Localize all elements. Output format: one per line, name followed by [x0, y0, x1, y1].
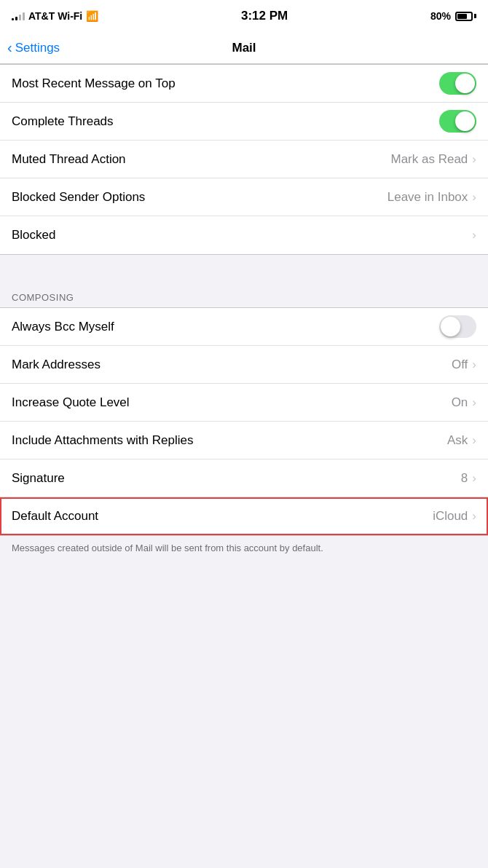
- include-attachments-label: Include Attachments with Replies: [12, 433, 447, 448]
- most-recent-message-on-top-row: Most Recent Message on Top: [0, 65, 488, 103]
- blocked-sender-options-row[interactable]: Blocked Sender Options Leave in Inbox ›: [0, 178, 488, 216]
- mark-addresses-row[interactable]: Mark Addresses Off ›: [0, 346, 488, 384]
- always-bcc-myself-toggle[interactable]: [439, 315, 476, 338]
- footer-text: Messages created outside of Mail will be…: [0, 536, 488, 567]
- status-bar: AT&T Wi-Fi 📶 3:12 PM 80%: [0, 0, 488, 32]
- chevron-icon: ›: [472, 228, 476, 242]
- mark-addresses-value: Off: [452, 358, 468, 372]
- wifi-icon: 📶: [86, 10, 98, 22]
- increase-quote-level-row[interactable]: Increase Quote Level On ›: [0, 384, 488, 422]
- nav-bar: ‹ Settings Mail: [0, 32, 488, 64]
- chevron-icon: ›: [472, 358, 476, 372]
- most-recent-message-on-top-label: Most Recent Message on Top: [12, 76, 439, 91]
- toggle-knob: [455, 74, 475, 93]
- default-account-value: iCloud: [433, 509, 468, 524]
- blocked-label: Blocked: [12, 228, 472, 242]
- include-attachments-value: Ask: [447, 433, 468, 448]
- status-right: 80%: [430, 10, 476, 22]
- back-chevron-icon: ‹: [7, 40, 12, 55]
- chevron-icon: ›: [472, 509, 476, 524]
- page-title: Mail: [232, 41, 256, 55]
- chevron-icon: ›: [472, 152, 476, 167]
- complete-threads-toggle[interactable]: [439, 110, 476, 133]
- chevron-icon: ›: [472, 433, 476, 448]
- threading-group: Most Recent Message on Top Complete Thre…: [0, 64, 488, 255]
- muted-thread-action-label: Muted Thread Action: [12, 152, 391, 167]
- blocked-sender-options-label: Blocked Sender Options: [12, 190, 387, 205]
- mark-addresses-label: Mark Addresses: [12, 358, 452, 372]
- increase-quote-level-label: Increase Quote Level: [12, 395, 452, 410]
- status-left: AT&T Wi-Fi 📶: [12, 10, 98, 22]
- back-button[interactable]: ‹ Settings: [7, 41, 60, 55]
- complete-threads-row: Complete Threads: [0, 103, 488, 141]
- back-label: Settings: [15, 41, 60, 55]
- composing-section-header: COMPOSING: [0, 280, 488, 307]
- signal-icon: [12, 12, 25, 20]
- increase-quote-level-value: On: [452, 395, 468, 410]
- chevron-icon: ›: [472, 471, 476, 486]
- signature-value: 8: [461, 471, 468, 486]
- blocked-sender-options-value: Leave in Inbox: [387, 190, 468, 205]
- threading-section: Most Recent Message on Top Complete Thre…: [0, 64, 488, 255]
- complete-threads-label: Complete Threads: [12, 114, 439, 129]
- muted-thread-action-value: Mark as Read: [391, 152, 468, 167]
- status-time: 3:12 PM: [241, 9, 288, 23]
- carrier-label: AT&T Wi-Fi: [28, 10, 82, 22]
- chevron-icon: ›: [472, 190, 476, 205]
- blocked-row[interactable]: Blocked ›: [0, 216, 488, 254]
- composing-section: COMPOSING Always Bcc Myself Mark Address…: [0, 280, 488, 536]
- muted-thread-action-row[interactable]: Muted Thread Action Mark as Read ›: [0, 141, 488, 178]
- signature-label: Signature: [12, 471, 461, 486]
- chevron-icon: ›: [472, 395, 476, 410]
- toggle-knob: [455, 111, 475, 131]
- battery-percent: 80%: [430, 10, 451, 22]
- always-bcc-myself-row: Always Bcc Myself: [0, 308, 488, 346]
- include-attachments-row[interactable]: Include Attachments with Replies Ask ›: [0, 422, 488, 459]
- default-account-label: Default Account: [12, 509, 433, 524]
- always-bcc-myself-label: Always Bcc Myself: [12, 320, 439, 334]
- composing-group: Always Bcc Myself Mark Addresses Off › I…: [0, 307, 488, 536]
- section-spacer: [0, 255, 488, 280]
- most-recent-message-on-top-toggle[interactable]: [439, 72, 476, 95]
- signature-row[interactable]: Signature 8 ›: [0, 459, 488, 497]
- default-account-row[interactable]: Default Account iCloud ›: [0, 497, 488, 535]
- toggle-knob: [441, 317, 460, 336]
- battery-icon: [455, 12, 476, 21]
